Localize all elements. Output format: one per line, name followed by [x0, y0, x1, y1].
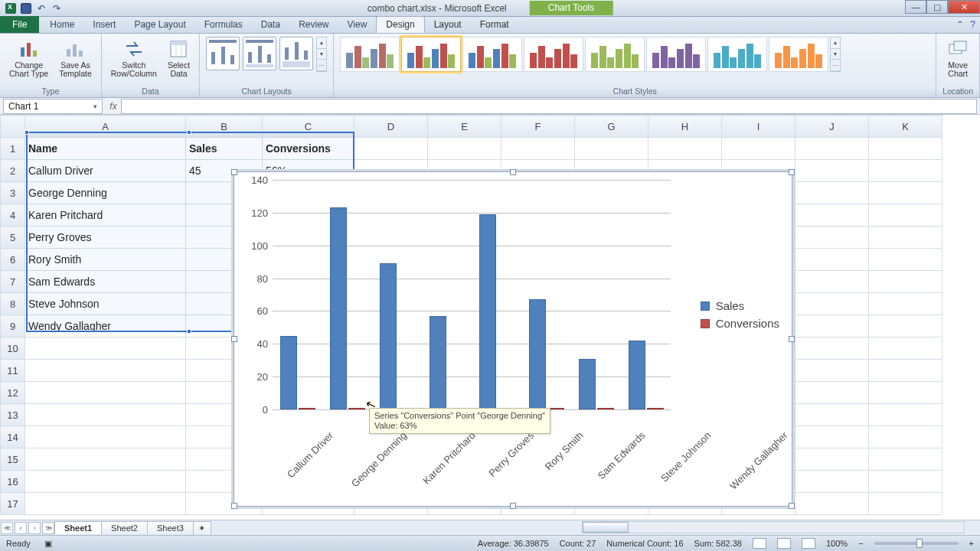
chart-layouts-gallery[interactable]: ▴▾⋯ — [206, 37, 327, 72]
bar-sales[interactable] — [280, 336, 297, 409]
embedded-chart[interactable]: 020406080100120140 Callum DriverGeorge D… — [234, 171, 792, 507]
cell[interactable]: Rory Smith — [25, 249, 186, 271]
cell[interactable] — [869, 293, 942, 315]
cell[interactable] — [869, 315, 942, 337]
cell[interactable] — [722, 138, 795, 160]
cell[interactable] — [795, 293, 869, 315]
tab-home[interactable]: Home — [41, 16, 83, 33]
column-header[interactable]: J — [795, 116, 869, 138]
tab-format[interactable]: Format — [471, 16, 518, 33]
column-header[interactable]: C — [263, 116, 354, 138]
cell[interactable] — [869, 382, 942, 404]
chart-style-thumb[interactable] — [646, 37, 706, 72]
cell[interactable] — [795, 426, 869, 448]
bar-conversions[interactable] — [299, 408, 315, 409]
row-header[interactable]: 4 — [1, 204, 25, 227]
cell[interactable] — [795, 360, 869, 382]
switch-row-column-button[interactable]: Switch Row/Column — [108, 37, 160, 80]
bar-conversions[interactable] — [597, 408, 614, 409]
bar-sales[interactable] — [430, 316, 446, 409]
horizontal-scrollbar[interactable] — [582, 521, 965, 533]
cell[interactable] — [25, 404, 186, 426]
row-header[interactable]: 8 — [1, 293, 25, 315]
row-header[interactable]: 14 — [1, 426, 25, 448]
row-header[interactable]: 13 — [1, 404, 25, 426]
change-chart-type-button[interactable]: Change Chart Type — [6, 37, 51, 80]
row-header[interactable]: 12 — [1, 382, 25, 404]
cell[interactable] — [795, 337, 869, 360]
save-as-template-button[interactable]: Save As Template — [56, 37, 95, 80]
cell[interactable] — [795, 227, 869, 249]
cell[interactable] — [25, 426, 186, 448]
view-page-break-icon[interactable] — [802, 538, 815, 549]
column-header[interactable]: B — [186, 116, 263, 138]
zoom-slider[interactable] — [874, 542, 959, 545]
row-header[interactable]: 15 — [1, 448, 25, 471]
cell[interactable] — [869, 471, 942, 493]
help-icon[interactable]: ? — [970, 19, 975, 30]
cell[interactable]: Steve Johnson — [25, 293, 186, 315]
cell[interactable] — [25, 360, 186, 382]
cell[interactable] — [869, 360, 942, 382]
row-header[interactable]: 11 — [1, 360, 25, 382]
row-header[interactable]: 3 — [1, 182, 25, 204]
chart-layout-thumb[interactable] — [279, 37, 313, 70]
cell[interactable] — [25, 471, 186, 493]
tab-nav-next-icon[interactable]: › — [28, 522, 41, 534]
row-header[interactable]: 2 — [1, 160, 25, 182]
chart-style-thumb[interactable] — [340, 37, 400, 72]
bar-sales[interactable] — [380, 263, 397, 409]
row-header[interactable]: 10 — [1, 337, 25, 360]
undo-icon[interactable]: ↶ — [35, 2, 47, 15]
minimize-ribbon-icon[interactable]: ⌃ — [956, 19, 964, 30]
zoom-in-icon[interactable]: + — [969, 539, 974, 548]
cell[interactable]: George Denning — [25, 182, 186, 204]
row-header[interactable]: 5 — [1, 227, 25, 249]
row-header[interactable]: 6 — [1, 249, 25, 271]
cell[interactable] — [869, 138, 942, 160]
sheet-tab-3[interactable]: Sheet3 — [147, 521, 194, 534]
cell[interactable]: Wendy Gallagher — [25, 315, 186, 337]
chart-style-thumb[interactable] — [401, 37, 461, 72]
tab-formulas[interactable]: Formulas — [195, 16, 252, 33]
chart-style-thumb[interactable] — [707, 37, 767, 72]
cell[interactable] — [354, 138, 428, 160]
tab-design[interactable]: Design — [376, 16, 424, 33]
chart-legend[interactable]: Sales Conversions — [701, 295, 779, 334]
column-header[interactable]: E — [428, 116, 501, 138]
column-header[interactable]: I — [722, 116, 795, 138]
cell[interactable] — [795, 249, 869, 271]
cell[interactable] — [869, 182, 942, 204]
tab-data[interactable]: Data — [252, 16, 289, 33]
cell[interactable] — [795, 404, 869, 426]
bar-sales[interactable] — [330, 207, 347, 409]
cell[interactable] — [25, 448, 186, 471]
tab-nav-last-icon[interactable]: ≫ — [42, 522, 54, 534]
column-header[interactable]: F — [501, 116, 575, 138]
column-header[interactable]: K — [869, 116, 942, 138]
row-header[interactable]: 1 — [1, 138, 25, 160]
tab-nav-prev-icon[interactable]: ‹ — [15, 522, 27, 534]
bar-sales[interactable] — [579, 359, 596, 409]
cell[interactable] — [795, 182, 869, 204]
sheet-tab-2[interactable]: Sheet2 — [101, 521, 148, 534]
bar-conversions[interactable] — [647, 408, 664, 409]
bar-conversions[interactable] — [348, 408, 365, 409]
chart-layout-thumb[interactable] — [206, 37, 240, 70]
formula-input[interactable] — [121, 99, 977, 114]
column-header[interactable]: A — [25, 116, 186, 138]
row-header[interactable]: 16 — [1, 471, 25, 493]
cell[interactable] — [795, 315, 869, 337]
cell[interactable]: Sales — [186, 138, 263, 160]
cell[interactable] — [795, 204, 869, 227]
chart-styles-gallery[interactable]: ▴▾⋯ — [340, 37, 841, 72]
row-header[interactable]: 17 — [1, 493, 25, 515]
zoom-out-icon[interactable]: − — [858, 539, 863, 548]
cell[interactable] — [869, 160, 942, 182]
worksheet-area[interactable]: ABCDEFGHIJK1NameSalesConversions2Callum … — [0, 115, 980, 528]
cell[interactable] — [501, 138, 575, 160]
chart-layout-thumb[interactable] — [243, 37, 276, 70]
cell[interactable] — [869, 448, 942, 471]
tab-layout[interactable]: Layout — [425, 16, 471, 33]
tab-review[interactable]: Review — [289, 16, 338, 33]
